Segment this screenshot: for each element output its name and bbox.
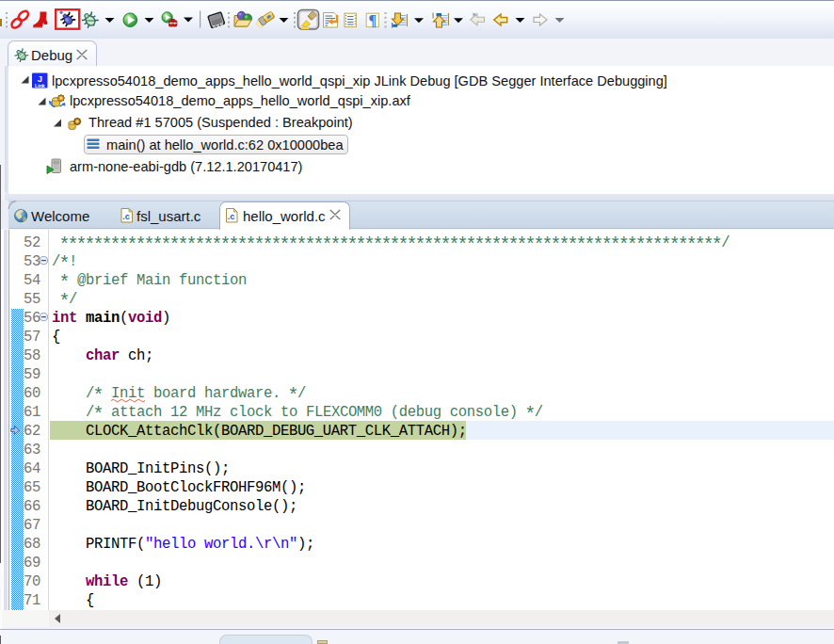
svg-text:Link: Link (35, 83, 45, 89)
svg-text:.c: .c (122, 212, 130, 221)
svg-text:.c: .c (228, 212, 235, 221)
